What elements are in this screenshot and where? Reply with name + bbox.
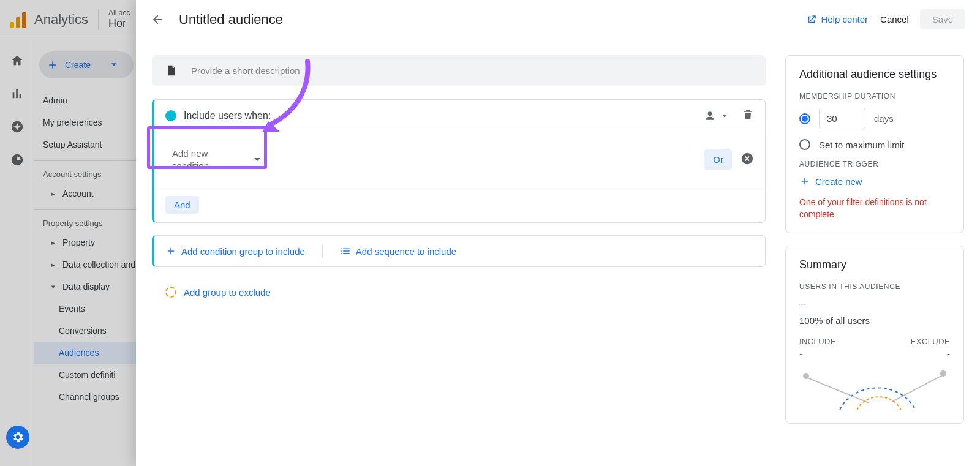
include-metric-label: INCLUDE bbox=[799, 337, 836, 346]
or-button[interactable]: Or bbox=[704, 149, 732, 170]
description-input[interactable]: Provide a short description bbox=[152, 55, 766, 86]
account-settings-section: Account settings bbox=[34, 160, 138, 182]
include-dot-icon bbox=[165, 110, 176, 121]
remove-condition-button[interactable] bbox=[741, 152, 754, 168]
add-sequence-link[interactable]: Add sequence to include bbox=[340, 246, 456, 257]
summary-title: Summary bbox=[799, 258, 950, 271]
include-label: Include users when: bbox=[184, 110, 271, 121]
exclude-metric-value: - bbox=[947, 348, 950, 359]
chevron-down-icon bbox=[718, 110, 731, 122]
close-circle-icon bbox=[741, 152, 754, 165]
audience-trigger-label: AUDIENCE TRIGGER bbox=[799, 160, 950, 168]
account-breadcrumb: All acc bbox=[108, 9, 130, 17]
explore-icon[interactable] bbox=[10, 120, 24, 136]
filter-error-message: One of your filter definitions is not co… bbox=[799, 197, 950, 220]
scope-selector[interactable] bbox=[704, 110, 731, 122]
property-name: Hor bbox=[108, 17, 130, 31]
sidenav-channel-groups[interactable]: Channel groups bbox=[34, 386, 138, 408]
create-button[interactable]: Create bbox=[39, 51, 134, 78]
add-exclude-group-link[interactable]: Add group to exclude bbox=[184, 287, 271, 298]
product-name: Analytics bbox=[34, 12, 88, 28]
create-new-trigger-link[interactable]: Create new bbox=[799, 176, 950, 187]
sequence-icon bbox=[340, 246, 351, 257]
max-limit-radio[interactable] bbox=[799, 139, 810, 150]
svg-line-1 bbox=[892, 375, 943, 402]
property-settings-section: Property settings bbox=[34, 209, 138, 231]
sidenav-data-collection[interactable]: ▸Data collection and bbox=[34, 254, 138, 276]
cancel-button[interactable]: Cancel bbox=[880, 14, 909, 24]
add-condition-group-link[interactable]: Add condition group to include bbox=[165, 246, 305, 257]
save-button: Save bbox=[920, 9, 965, 29]
sidenav-conversions[interactable]: Conversions bbox=[34, 320, 138, 342]
ads-icon[interactable] bbox=[10, 153, 24, 169]
svg-line-0 bbox=[806, 377, 869, 403]
duration-days-radio[interactable] bbox=[799, 113, 810, 124]
caret-down-icon bbox=[254, 158, 260, 161]
users-pct: 100% of all users bbox=[799, 315, 950, 326]
sidenav-property[interactable]: ▸Property bbox=[34, 231, 138, 254]
sidenav-audiences[interactable]: Audiences bbox=[34, 342, 138, 364]
open-in-new-icon bbox=[806, 14, 817, 25]
days-label: days bbox=[874, 113, 894, 124]
description-placeholder: Provide a short description bbox=[191, 66, 300, 76]
settings-title: Additional audience settings bbox=[799, 68, 950, 81]
trash-icon bbox=[742, 108, 754, 121]
users-in-audience-label: USERS IN THIS AUDIENCE bbox=[799, 282, 950, 291]
include-metric-value: - bbox=[799, 348, 802, 359]
admin-gear-button[interactable] bbox=[6, 426, 29, 449]
sidenav-events[interactable]: Events bbox=[34, 298, 138, 320]
sidenav-admin[interactable]: Admin bbox=[34, 89, 138, 111]
and-button[interactable]: And bbox=[165, 196, 199, 214]
back-button[interactable] bbox=[151, 13, 164, 26]
sidenav-custom-definitions[interactable]: Custom definiti bbox=[34, 364, 138, 386]
person-icon bbox=[704, 110, 716, 122]
exclude-dot-icon bbox=[165, 287, 176, 298]
document-icon bbox=[165, 64, 178, 77]
analytics-logo bbox=[10, 11, 27, 28]
page-title[interactable]: Untitled audience bbox=[179, 12, 283, 28]
chevron-down-icon bbox=[108, 58, 126, 72]
plus-icon bbox=[799, 176, 810, 187]
duration-input[interactable]: 30 bbox=[819, 108, 865, 129]
sidenav-account[interactable]: ▸Account bbox=[34, 182, 138, 205]
sidenav-my-preferences[interactable]: My preferences bbox=[34, 111, 138, 133]
exclude-metric-label: EXCLUDE bbox=[911, 337, 950, 346]
membership-duration-label: MEMBERSHIP DURATION bbox=[799, 92, 950, 100]
sidenav-data-display[interactable]: ▾Data display bbox=[34, 276, 138, 298]
users-in-audience-value: – bbox=[799, 298, 950, 309]
sidenav-setup-assistant[interactable]: Setup Assistant bbox=[34, 133, 138, 156]
plus-icon bbox=[165, 246, 176, 257]
summary-chart bbox=[799, 368, 950, 411]
max-limit-label: Set to maximum limit bbox=[819, 140, 904, 150]
reports-icon[interactable] bbox=[10, 87, 24, 103]
add-new-condition-dropdown[interactable]: Add new condition bbox=[165, 142, 267, 177]
home-icon[interactable] bbox=[10, 54, 24, 70]
help-center-link[interactable]: Help center bbox=[806, 14, 868, 25]
delete-group-button[interactable] bbox=[742, 108, 754, 123]
